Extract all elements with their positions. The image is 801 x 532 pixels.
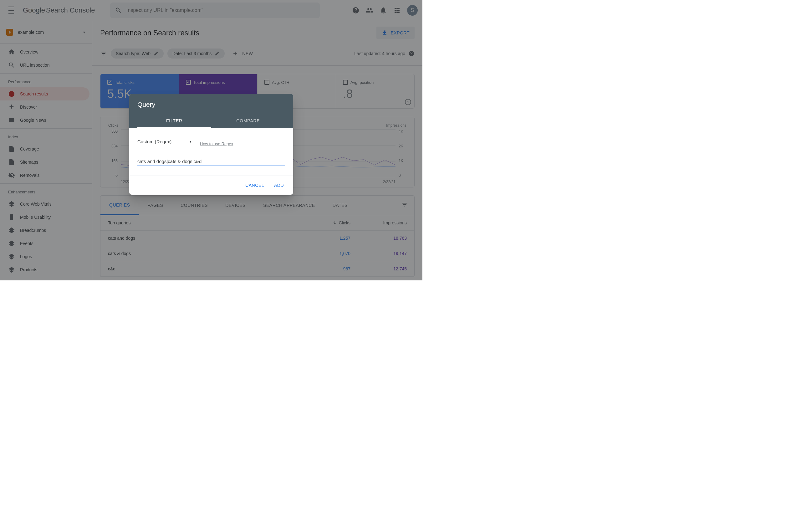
regex-input[interactable] <box>137 157 285 166</box>
query-filter-modal: Query FILTER COMPARE Custom (Regex) ▼ Ho… <box>129 94 293 195</box>
add-button[interactable]: ADD <box>270 180 288 190</box>
modal-tab-compare[interactable]: COMPARE <box>211 115 285 128</box>
filter-type-select[interactable]: Custom (Regex) ▼ <box>137 137 192 146</box>
cancel-button[interactable]: CANCEL <box>242 180 268 190</box>
regex-help-link[interactable]: How to use Regex <box>200 141 233 146</box>
chevron-down-icon: ▼ <box>189 140 192 143</box>
modal-tab-filter[interactable]: FILTER <box>137 115 211 128</box>
modal-title: Query <box>137 101 285 108</box>
